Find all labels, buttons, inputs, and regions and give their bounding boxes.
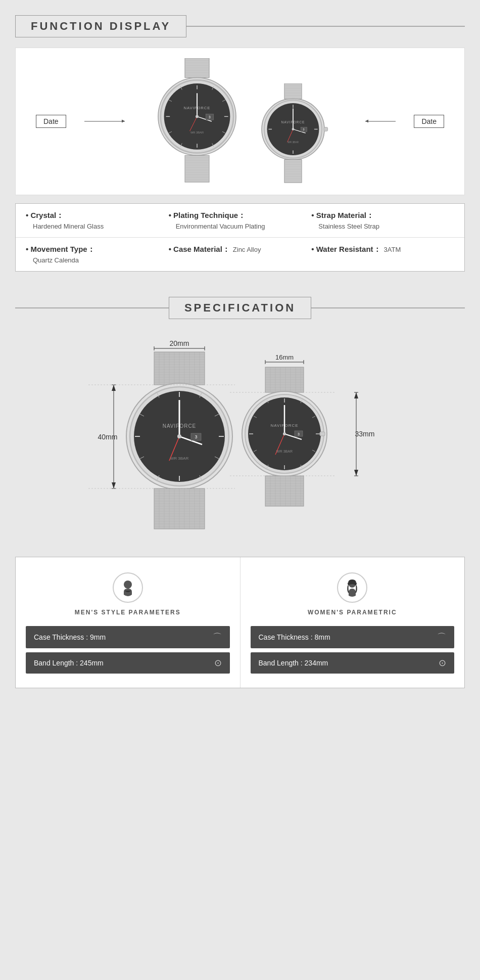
specs-row-2: Movement Type： Quartz Calenda Case Mater… xyxy=(16,238,464,271)
svg-text:3: 3 xyxy=(195,434,197,439)
svg-text:33mm: 33mm xyxy=(355,430,375,438)
spec-case-material: Case Material： Zinc Alloy xyxy=(169,245,312,254)
womens-case-icon: ⌒ xyxy=(437,631,446,643)
spec-water-value: 3ATM xyxy=(384,246,401,253)
womens-label: WOMEN'S PARAMETRIC xyxy=(308,609,397,616)
svg-marker-179 xyxy=(354,392,358,398)
date-arrow-right xyxy=(365,121,396,122)
womens-gender-icon xyxy=(337,572,367,603)
spec-title: SPECIFICATION xyxy=(169,297,311,319)
spec-case-label: Case Material： xyxy=(169,245,230,254)
spec-diagram-area: 20mm xyxy=(15,329,465,547)
svg-text:16mm: 16mm xyxy=(275,353,294,361)
spec-title-line-left xyxy=(15,307,169,308)
spec-case-value: Zinc Alloy xyxy=(233,246,261,253)
svg-point-32 xyxy=(196,115,199,118)
spec-diagram-svg: 20mm xyxy=(63,339,417,531)
spec-title-wrap: SPECIFICATION xyxy=(15,297,465,319)
function-title-line xyxy=(186,26,465,27)
spec-strap-label: Strap Material： xyxy=(311,211,454,220)
spec-water: Water Resistant： 3ATM xyxy=(311,245,454,254)
woman-icon xyxy=(343,578,361,597)
spec-title-line-right xyxy=(311,307,465,308)
womens-band-length-label: Band Length : 234mm xyxy=(259,659,328,667)
svg-point-229 xyxy=(124,581,132,589)
specs-box: Crystal： Hardened Mineral Glass Plating … xyxy=(15,203,465,272)
svg-text:WR 3BAR: WR 3BAR xyxy=(190,131,204,134)
spec-strap-value: Stainless Steel Strap xyxy=(311,222,454,230)
specification-section: SPECIFICATION 20mm xyxy=(0,282,480,698)
mens-watch-svg: NAVIFORCE 3 WR 3BAR xyxy=(147,58,248,185)
function-title-wrap: FUNCTION DISPLAY xyxy=(15,15,465,37)
date-label-right: Date xyxy=(414,115,444,128)
svg-marker-105 xyxy=(112,482,116,488)
man-beard-icon xyxy=(119,578,137,597)
date-arrow-left xyxy=(84,121,125,122)
spec-crystal: Crystal： Hardened Mineral Glass xyxy=(26,211,169,230)
womens-case-thickness-label: Case Thickness : 8mm xyxy=(259,633,330,641)
womens-band-icon: ⊙ xyxy=(439,657,446,669)
spec-water-label: Water Resistant： xyxy=(311,245,380,254)
spec-movement: Movement Type： Quartz Calenda xyxy=(26,245,169,264)
mens-band-length-row: Band Length : 245mm ⊙ xyxy=(26,652,230,674)
mens-label: MEN'S STYLE PARAMETERS xyxy=(75,609,181,616)
mens-case-thickness-label: Case Thickness : 9mm xyxy=(34,633,106,641)
womens-case-thickness-row: Case Thickness : 8mm ⌒ xyxy=(251,626,455,648)
mens-band-length-label: Band Length : 245mm xyxy=(34,659,104,667)
svg-marker-104 xyxy=(112,385,116,391)
svg-rect-33 xyxy=(185,155,209,182)
mens-band-icon: ⊙ xyxy=(214,657,222,669)
spec-strap: Strap Material： Stainless Steel Strap xyxy=(311,211,454,230)
spec-crystal-value: Hardened Mineral Glass xyxy=(26,222,169,230)
spec-plating: Plating Technique： Environmental Vacuum … xyxy=(169,211,312,230)
svg-text:WR 3BAR: WR 3BAR xyxy=(170,456,189,461)
parameters-box: MEN'S STYLE PARAMETERS Case Thickness : … xyxy=(15,557,465,688)
mens-case-thickness-row: Case Thickness : 9mm ⌒ xyxy=(26,626,230,648)
spec-plating-value: Environmental Vacuum Plating xyxy=(169,222,312,230)
womens-band-length-row: Band Length : 234mm ⊙ xyxy=(251,652,455,674)
mens-gender-icon xyxy=(113,572,143,603)
svg-rect-74 xyxy=(324,127,328,131)
spec-movement-value: Quartz Calenda xyxy=(26,256,169,264)
svg-point-64 xyxy=(292,128,295,130)
svg-text:20mm: 20mm xyxy=(170,339,189,347)
specs-row-1: Crystal： Hardened Mineral Glass Plating … xyxy=(16,204,464,238)
svg-text:3: 3 xyxy=(298,432,300,436)
svg-text:3: 3 xyxy=(209,115,211,119)
watch-display-area: Date xyxy=(15,48,465,195)
svg-point-129 xyxy=(177,434,181,438)
svg-text:WR 3BAR: WR 3BAR xyxy=(276,450,293,453)
svg-rect-209 xyxy=(320,432,325,436)
watches-container: NAVIFORCE 3 WR 3BAR xyxy=(147,58,333,185)
spec-plating-label: Plating Technique： xyxy=(169,211,312,220)
mens-params-col: MEN'S STYLE PARAMETERS Case Thickness : … xyxy=(16,557,241,688)
spec-movement-label: Movement Type： xyxy=(26,245,169,254)
svg-text:3: 3 xyxy=(303,128,304,131)
svg-rect-65 xyxy=(284,159,302,183)
svg-text:40mm: 40mm xyxy=(98,433,118,441)
spec-crystal-label: Crystal： xyxy=(26,211,169,220)
mens-case-icon: ⌒ xyxy=(213,631,222,643)
womens-params-col: WOMEN'S PARAMETRIC Case Thickness : 8mm … xyxy=(241,557,465,688)
svg-point-208 xyxy=(283,432,286,435)
date-label-left: Date xyxy=(36,115,66,128)
function-display-section: FUNCTION DISPLAY Date xyxy=(0,0,480,282)
svg-marker-180 xyxy=(354,470,358,476)
svg-text:WR 3BAR: WR 3BAR xyxy=(287,141,299,144)
function-title: FUNCTION DISPLAY xyxy=(15,15,186,37)
womens-watch-svg: NAVIFORCE 3 WR 3BAR xyxy=(253,83,333,185)
